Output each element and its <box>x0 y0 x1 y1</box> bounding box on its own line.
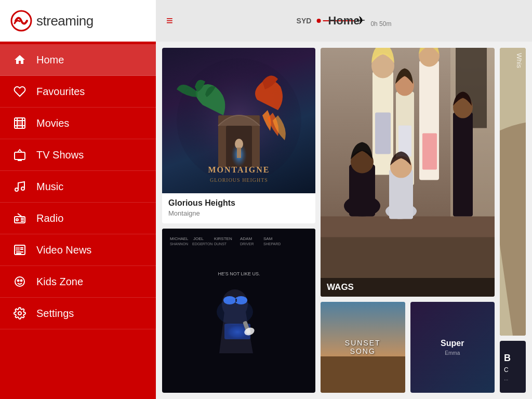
svg-point-11 <box>21 187 24 190</box>
svg-text:GLORIOUS HEIGHTS: GLORIOUS HEIGHTS <box>210 177 268 183</box>
radio-icon <box>12 211 27 225</box>
svg-rect-18 <box>16 247 19 250</box>
svg-text:SAM: SAM <box>263 236 273 241</box>
music-icon <box>12 179 27 194</box>
dark-partial-card[interactable]: B C ... <box>500 341 526 393</box>
album-artist: Montaigne <box>168 209 309 217</box>
svg-rect-62 <box>375 113 391 154</box>
album-info: Glorious Heights Montaigne <box>162 193 315 223</box>
dark-card-text: B C ... <box>500 347 526 387</box>
flight-route-line: ✈ <box>316 14 365 28</box>
sidebar-item-radio[interactable]: Radio <box>0 203 156 234</box>
favourites-label: Favourites <box>36 86 85 98</box>
album-card[interactable]: MONTAIGNE GLORIOUS HEIGHTS Glorious Heig… <box>162 48 315 223</box>
flight-info: SYD ✈ 0h 50m <box>297 14 392 28</box>
video-news-label: Video News <box>36 244 91 256</box>
sunset-song-card[interactable]: SUNSETSONG <box>321 302 405 393</box>
flight-plane-icon: ✈ <box>356 14 365 28</box>
svg-rect-32 <box>237 148 241 158</box>
flight-track <box>323 20 354 21</box>
svg-text:SHEPARD: SHEPARD <box>263 242 281 246</box>
movies-label: Movies <box>36 117 69 129</box>
sidebar-item-movies[interactable]: Movies <box>0 108 156 139</box>
svg-point-42 <box>217 299 253 325</box>
logo-text: streaming <box>36 13 94 29</box>
tv-icon <box>12 148 27 162</box>
sidebar-nav: Home Favourites Movies <box>0 42 156 399</box>
flight-origin: SYD <box>297 17 312 25</box>
tv-shows-label: TV Shows <box>36 149 84 161</box>
news-icon <box>12 243 27 257</box>
svg-rect-7 <box>15 152 25 159</box>
svg-text:HE'S NOT LIKE US.: HE'S NOT LIKE US. <box>218 271 260 276</box>
partial-right-label: Whis <box>515 53 523 68</box>
sidebar-item-tv-shows[interactable]: TV Shows <box>0 139 156 171</box>
sidebar-item-home[interactable]: Home <box>0 44 156 76</box>
album-art: MONTAIGNE GLORIOUS HEIGHTS <box>166 48 312 193</box>
film-icon <box>12 116 27 130</box>
movie-alien-card[interactable]: MICHAEL JOEL KIRSTEN ADAM SAM SHANNON ED… <box>162 229 315 393</box>
svg-text:ADAM: ADAM <box>240 236 252 241</box>
radio-label: Radio <box>36 212 63 224</box>
svg-point-13 <box>16 219 18 221</box>
sidebar: streaming Home Favourites <box>0 0 156 399</box>
music-label: Music <box>36 181 63 193</box>
kids-zone-label: Kids Zone <box>36 276 83 288</box>
svg-point-10 <box>15 188 18 191</box>
svg-text:DUNST: DUNST <box>214 242 227 246</box>
svg-text:MICHAEL: MICHAEL <box>170 236 189 241</box>
kids-icon <box>12 274 27 289</box>
wags-art <box>321 48 495 297</box>
svg-rect-68 <box>422 134 437 170</box>
settings-label: Settings <box>36 308 74 320</box>
partial-right-card[interactable]: Whis <box>500 48 526 336</box>
svg-rect-75 <box>453 113 473 217</box>
flight-duration: 0h 50m <box>370 20 391 28</box>
logo-icon <box>10 10 32 32</box>
movie-alien-art: MICHAEL JOEL KIRSTEN ADAM SAM SHANNON ED… <box>162 229 315 353</box>
super-subtitle: Emma <box>441 350 464 356</box>
svg-text:EDGERTON: EDGERTON <box>192 242 212 246</box>
home-label: Home <box>36 54 64 66</box>
home-icon <box>12 52 27 67</box>
wags-card[interactable]: WAGS <box>321 48 495 297</box>
svg-point-25 <box>21 280 22 282</box>
main-content: ≡ SYD ✈ 0h 50m Home <box>156 0 532 399</box>
svg-point-26 <box>18 312 21 315</box>
settings-icon <box>12 306 27 321</box>
sidebar-item-music[interactable]: Music <box>0 171 156 203</box>
wags-label-overlay: WAGS <box>321 278 495 297</box>
svg-text:DRIVER: DRIVER <box>240 242 254 246</box>
svg-text:MONTAIGNE: MONTAIGNE <box>208 165 270 174</box>
svg-text:KIRSTEN: KIRSTEN <box>214 236 232 241</box>
wags-title: WAGS <box>327 282 354 292</box>
flight-origin-dot <box>316 19 321 23</box>
top-bar: ≡ SYD ✈ 0h 50m Home <box>156 0 532 42</box>
sunset-ground <box>321 356 405 393</box>
sidebar-item-favourites[interactable]: Favourites <box>0 76 156 108</box>
sidebar-item-kids-zone[interactable]: Kids Zone <box>0 266 156 298</box>
svg-point-23 <box>15 277 24 286</box>
sidebar-item-video-news[interactable]: Video News <box>0 234 156 266</box>
sidebar-item-settings[interactable]: Settings <box>0 298 156 329</box>
svg-point-24 <box>18 280 19 282</box>
heart-icon <box>12 84 27 99</box>
svg-text:JOEL: JOEL <box>193 236 204 241</box>
hamburger-menu-button[interactable]: ≡ <box>166 14 173 28</box>
svg-text:SHANNON: SHANNON <box>170 242 188 246</box>
album-title: Glorious Heights <box>168 198 309 208</box>
partial-right-art <box>500 48 526 336</box>
svg-rect-6 <box>17 121 22 126</box>
logo-area: streaming <box>0 0 156 42</box>
super-card[interactable]: Super Emma <box>410 302 495 393</box>
